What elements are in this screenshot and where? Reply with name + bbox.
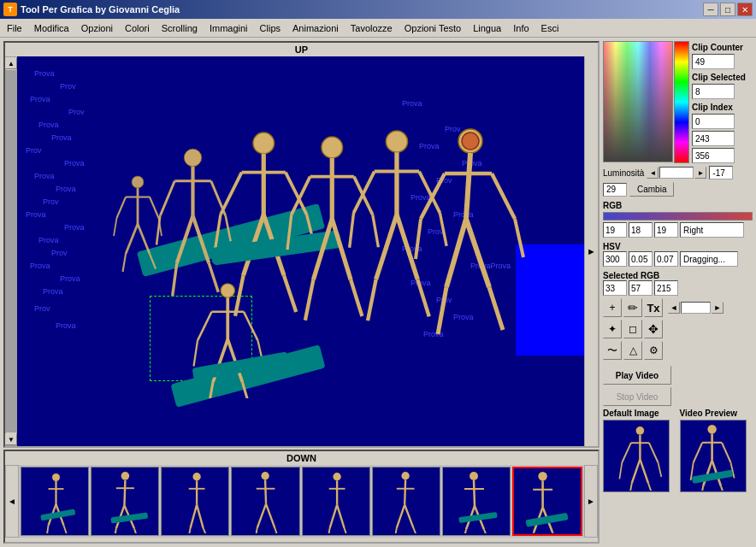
svg-line-60 [466, 219, 489, 287]
canvas-up-label: UP [5, 43, 598, 56]
menu-esci[interactable]: Esci [536, 21, 564, 35]
tool-plus-btn[interactable]: + [603, 298, 622, 317]
lumi-track[interactable] [659, 167, 694, 179]
thumb-6[interactable] [372, 467, 440, 536]
lumi-left-btn[interactable]: ◄ [647, 167, 659, 179]
svg-point-0 [132, 176, 144, 188]
clip-selected-input[interactable] [692, 84, 735, 99]
thumb-7[interactable] [442, 467, 511, 536]
close-button[interactable]: ✕ [737, 3, 753, 16]
menu-clips[interactable]: Clips [255, 21, 286, 35]
tool-pencil-btn[interactable]: ✏ [623, 298, 642, 317]
svg-line-3 [126, 224, 138, 254]
color-ramp[interactable] [674, 41, 689, 163]
hsv-s-input[interactable] [629, 251, 653, 267]
menu-tavolozze[interactable]: Tavolozze [346, 21, 398, 35]
svg-point-81 [52, 473, 60, 481]
hsv-section: HSV [603, 240, 753, 267]
minimize-button[interactable]: ─ [703, 3, 718, 16]
play-video-button[interactable]: Play Video [603, 366, 671, 385]
sel-b-input[interactable] [654, 280, 678, 296]
video-preview-label: Video Preview [680, 409, 753, 418]
bg-text-9: Prova [34, 172, 55, 180]
thumb-next-btn[interactable]: ► [584, 465, 598, 538]
right-label-input[interactable] [680, 222, 744, 238]
tool-move-btn[interactable]: ✥ [644, 320, 663, 338]
tool-star-btn[interactable]: ✦ [603, 320, 622, 338]
rgb-g-input[interactable] [629, 222, 653, 238]
thumb-2[interactable] [91, 467, 159, 536]
scroll-up-btn[interactable]: ▲ [5, 57, 17, 69]
menu-lingua[interactable]: Lingua [468, 21, 506, 35]
clip-index-input[interactable] [692, 114, 735, 129]
menu-animazioni[interactable]: Animazioni [287, 21, 344, 35]
thumb-5[interactable] [302, 467, 370, 536]
svg-line-57 [466, 153, 470, 219]
menu-file[interactable]: File [2, 21, 27, 35]
main-canvas[interactable]: Prova Prov Prova Prov Prova Prova Prov P… [17, 56, 584, 446]
rgb-b-input[interactable] [654, 222, 678, 238]
svg-line-55 [440, 213, 446, 246]
field-243-input[interactable] [692, 131, 735, 146]
svg-line-76 [244, 312, 258, 341]
canvas-upper: UP ▲ ▼ Prova Prov Prova Prov Prova [3, 41, 599, 448]
hsv-v-input[interactable] [654, 251, 678, 267]
menu-info[interactable]: Info [508, 21, 534, 35]
lumi-val1-input[interactable] [709, 166, 733, 179]
menu-opzioni[interactable]: Opzioni [76, 21, 118, 35]
svg-line-77 [194, 341, 198, 367]
nav-right-btn[interactable]: ► [712, 302, 724, 314]
thumb-4[interactable] [231, 467, 299, 536]
thumb-1[interactable] [21, 467, 89, 536]
titlebar: T Tool Per Grafica by Giovanni Ceglia ─ … [0, 0, 756, 19]
field-356-input[interactable] [692, 148, 735, 163]
nav-track[interactable] [681, 302, 711, 314]
thumb-skel-8 [519, 469, 575, 533]
svg-point-115 [333, 473, 340, 480]
lumi-val2-input[interactable] [603, 183, 627, 197]
bg-text-1: Prova [34, 69, 55, 78]
rgb-r-input[interactable] [603, 222, 627, 238]
thumbnail-strip: ◄ [5, 465, 598, 538]
scroll-right-btn[interactable]: ► [584, 56, 598, 446]
tool-select-btn[interactable]: ◻ [623, 320, 642, 338]
clip-counter-input[interactable] [692, 54, 735, 69]
maximize-button[interactable]: □ [720, 3, 735, 16]
sel-r-input[interactable] [603, 280, 627, 296]
scroll-thumb[interactable] [6, 70, 16, 432]
color-gradient-area[interactable] [603, 41, 671, 161]
cambia-button[interactable]: Cambia [629, 182, 674, 197]
rgb-section: RGB [603, 199, 753, 238]
bg-text-15: Prov [51, 249, 68, 257]
menu-modifica[interactable]: Modifica [29, 21, 74, 35]
lumi-right-btn[interactable]: ► [694, 167, 706, 179]
bg-text-6: Prova [51, 133, 72, 142]
tool-text-btn[interactable]: Tx [644, 298, 663, 317]
thumb-3[interactable] [161, 467, 229, 536]
thumb-prev-btn[interactable]: ◄ [5, 465, 19, 538]
bg-text-3: Prova [30, 95, 50, 103]
dragging-input[interactable] [680, 251, 738, 267]
tool-gear-btn[interactable]: ⚙ [644, 341, 663, 360]
thumb-skel-1 [27, 469, 83, 533]
hsv-h-input[interactable] [603, 251, 627, 267]
menu-immagini[interactable]: Immagini [204, 21, 253, 35]
clip-counter-label: Clip Counter [692, 43, 753, 52]
menu-colori[interactable]: Colori [120, 21, 155, 35]
thumb-8[interactable] [512, 467, 582, 536]
tool-shape-btn[interactable]: △ [623, 341, 642, 360]
svg-line-31 [215, 215, 221, 251]
nav-left-btn[interactable]: ◄ [668, 302, 680, 314]
color-canvas[interactable] [603, 41, 673, 162]
svg-point-45 [386, 131, 407, 152]
stop-video-button[interactable]: Stop Video [603, 387, 671, 406]
scroll-down-btn[interactable]: ▼ [5, 433, 17, 445]
tool-wave-btn[interactable]: 〜 [603, 341, 622, 360]
menu-opzioni-testo[interactable]: Opzioni Testo [399, 21, 466, 35]
menu-scrolling[interactable]: Scrolling [157, 21, 203, 35]
thumb-skel-6 [378, 469, 434, 533]
bg-text-17: Prova [60, 274, 80, 283]
v-scrollbar[interactable]: ▲ ▼ [5, 56, 17, 446]
svg-point-123 [402, 472, 410, 479]
sel-g-input[interactable] [629, 280, 653, 296]
